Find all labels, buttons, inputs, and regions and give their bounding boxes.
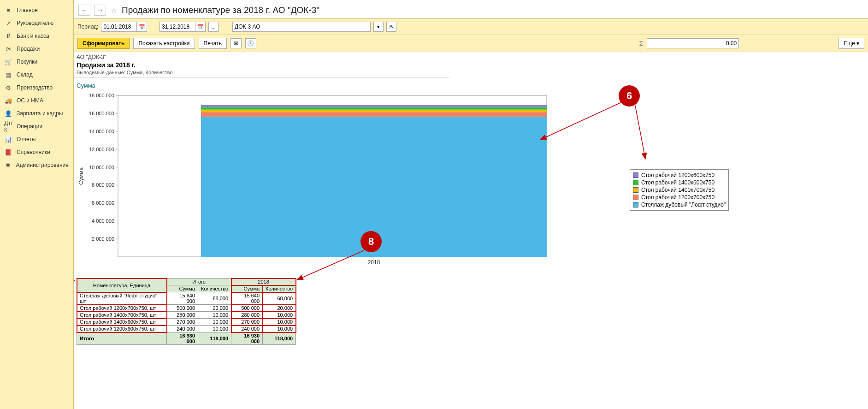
chart-segment (201, 105, 547, 107)
org-open-icon[interactable]: ⇱ (386, 22, 396, 32)
sidebar-item-0[interactable]: ≡Главное (0, 4, 73, 17)
org-dropdown-icon[interactable]: ▾ (373, 22, 384, 32)
report-title: Продажи за 2018 г. (77, 61, 447, 69)
chart-segment (201, 112, 547, 117)
sidebar-icon-5: ▦ (5, 71, 12, 78)
sidebar-icon-2: ₽ (5, 32, 12, 40)
sidebar-label-8: Зарплата и кадры (17, 110, 63, 117)
col-year-header: 2018 (231, 279, 296, 285)
table-row[interactable]: Стол рабочий 1400х700х750, шт280 00010,0… (77, 312, 296, 319)
period-label: Период: (77, 24, 98, 30)
col-ysum: Сумма (231, 285, 263, 292)
report-org: АО "ДОК-3" (77, 54, 447, 60)
report-subtitle: Выводимые данные: Сумма, Количество (77, 70, 447, 75)
sidebar-item-4[interactable]: 🛒Покупки (0, 55, 73, 68)
nav-back-button[interactable]: ← (78, 5, 90, 16)
sidebar-label-6: Производство (17, 84, 53, 91)
sidebar-item-12[interactable]: ✱Администрирование (0, 159, 73, 172)
sidebar-icon-10: 📊 (5, 136, 12, 143)
more-button[interactable]: Еще ▾ (838, 38, 864, 49)
nav-forward-button[interactable]: → (94, 5, 106, 16)
table-total-row: Итого16 930 000118,00016 930 000118,000 (77, 332, 296, 345)
date-from-input[interactable] (101, 22, 137, 32)
sidebar-item-7[interactable]: 🚚ОС и НМА (0, 94, 73, 107)
sidebar-label-2: Банк и касса (17, 33, 49, 39)
sidebar-item-3[interactable]: 🛍Продажи (0, 42, 73, 55)
period-picker-button[interactable]: ... (208, 22, 218, 32)
favorite-star-icon[interactable]: ☆ (110, 6, 118, 14)
toolbar-period: Период: 📅 – 📅 ... ▾ ⇱ (74, 18, 868, 35)
show-settings-button[interactable]: Показать настройки (133, 38, 195, 49)
sidebar-label-4: Покупки (17, 59, 37, 65)
titlebar: ← → ☆ Продажи по номенклатуре за 2018 г.… (74, 0, 868, 18)
svg-text:6 000 000: 6 000 000 (92, 200, 114, 206)
svg-text:10 000 000: 10 000 000 (89, 165, 114, 170)
sidebar-label-9: Операции (17, 123, 42, 130)
table-row[interactable]: Стеллаж дубовый "Лофт студио", шт15 640 … (77, 292, 296, 305)
sidebar-label-10: Отчеты (17, 136, 35, 142)
sidebar-label-1: Руководителю (17, 20, 53, 26)
page-title: Продажи по номенклатуре за 2018 г. АО "Д… (122, 5, 319, 15)
sidebar-item-1[interactable]: ↗Руководителю (0, 17, 73, 30)
stacked-bar-chart: 2 000 0004 000 0006 000 0008 000 00010 0… (77, 91, 620, 271)
legend-item: Стол рабочий 1200х700х750 (633, 194, 726, 201)
sigma-icon: Σ (639, 40, 644, 47)
col-total-header: Итого (167, 279, 231, 285)
svg-text:16 000 000: 16 000 000 (89, 111, 114, 116)
legend-item: Стол рабочий 1200х600х750 (633, 172, 726, 179)
email-icon[interactable]: ✉ (230, 38, 242, 48)
sidebar-item-8[interactable]: 👤Зарплата и кадры (0, 107, 73, 120)
chart-segment (201, 110, 547, 112)
sidebar-label-3: Продажи (17, 46, 40, 52)
report-header: АО "ДОК-3" Продажи за 2018 г. Выводимые … (74, 52, 449, 77)
svg-text:12 000 000: 12 000 000 (89, 147, 114, 152)
main: ← → ☆ Продажи по номенклатуре за 2018 г.… (74, 0, 868, 409)
sidebar-icon-7: 🚚 (5, 97, 12, 104)
chart-legend: Стол рабочий 1200х600х750Стол рабочий 14… (630, 169, 729, 211)
generate-button[interactable]: Сформировать (77, 38, 130, 49)
sidebar-label-12: Администрирование (16, 162, 69, 168)
sidebar-icon-4: 🛒 (5, 58, 12, 65)
svg-text:4 000 000: 4 000 000 (92, 218, 114, 224)
svg-text:14 000 000: 14 000 000 (89, 129, 114, 134)
clock-icon[interactable]: 🕓 (245, 38, 256, 48)
chart-area: 2 000 0004 000 0006 000 0008 000 00010 0… (77, 91, 865, 275)
svg-text:2018: 2018 (368, 259, 380, 266)
sidebar-item-2[interactable]: ₽Банк и касса (0, 30, 73, 42)
report-body: АО "ДОК-3" Продажи за 2018 г. Выводимые … (74, 52, 868, 409)
col-name-header: Номенклатура, Единица (77, 279, 167, 292)
legend-item: Стол рабочий 1400х700х750 (633, 186, 726, 194)
table-row[interactable]: Стол рабочий 1400х600х750, шт270 00010,0… (77, 319, 296, 326)
sidebar-icon-3: 🛍 (5, 45, 12, 53)
date-to-input[interactable] (159, 22, 195, 32)
sidebar-icon-0: ≡ (5, 6, 12, 14)
svg-text:18 000 000: 18 000 000 (89, 93, 114, 98)
print-button[interactable]: Печать (199, 38, 227, 49)
date-from-calendar-icon[interactable]: 📅 (137, 22, 147, 32)
sidebar-icon-6: ⚙ (5, 84, 12, 91)
chart-title: Сумма (77, 82, 865, 89)
svg-text:8 000 000: 8 000 000 (92, 182, 114, 188)
svg-line-23 (74, 264, 75, 281)
svg-text:2 000 000: 2 000 000 (92, 236, 114, 242)
sidebar-label-5: Склад (17, 71, 33, 78)
date-to-calendar-icon[interactable]: 📅 (195, 22, 206, 32)
callout-8: 8 (360, 231, 382, 252)
table-row[interactable]: Стол рабочий 1200х600х750, шт240 00010,0… (77, 326, 296, 332)
sidebar-icon-8: 👤 (5, 110, 12, 117)
legend-item: Стеллаж дубовый "Лофт студио" (633, 201, 726, 208)
sidebar-item-9[interactable]: Дт/КтОперации (0, 120, 73, 133)
sidebar-label-11: Справочники (17, 149, 50, 155)
sum-input[interactable] (647, 38, 739, 48)
table-row[interactable]: Стол рабочий 1200х700х750, шт500 00020,0… (77, 305, 296, 312)
sidebar-item-10[interactable]: 📊Отчеты (0, 133, 73, 146)
sidebar-item-5[interactable]: ▦Склад (0, 68, 73, 81)
chart-segment (201, 107, 547, 109)
sidebar-item-11[interactable]: 📕Справочники (0, 146, 73, 159)
sidebar-item-6[interactable]: ⚙Производство (0, 81, 73, 94)
col-qty: Количество (198, 285, 231, 292)
toolbar-actions: Сформировать Показать настройки Печать ✉… (74, 35, 868, 52)
organization-input[interactable] (232, 22, 371, 32)
legend-item: Стол рабочий 1400х600х750 (633, 179, 726, 186)
sidebar-icon-1: ↗ (5, 19, 12, 27)
